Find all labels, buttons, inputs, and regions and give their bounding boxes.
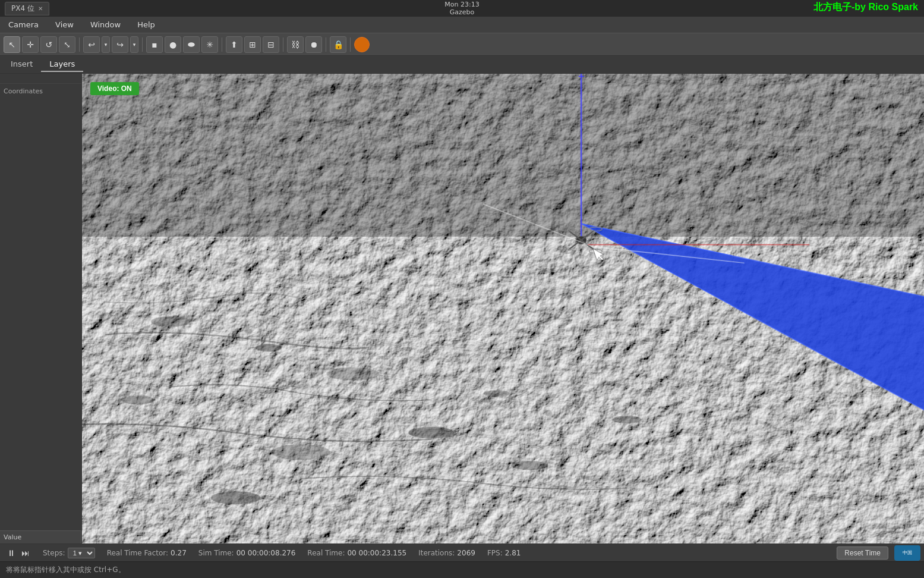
close-icon[interactable]: ✕: [38, 5, 43, 12]
svg-point-6: [122, 395, 154, 404]
box-icon: ▪: [152, 40, 157, 49]
redo-icon: ↪: [116, 40, 124, 49]
record-button[interactable]: ⏺: [305, 36, 322, 53]
toolbar-sep-2: [142, 37, 143, 52]
coordinates-section: Coordinates: [0, 84, 81, 99]
undo-button[interactable]: ↩: [83, 36, 100, 53]
select-tool-button[interactable]: ↖: [4, 36, 20, 53]
svg-point-4: [256, 344, 282, 351]
grid-button[interactable]: ⊞: [244, 36, 261, 53]
redo-button[interactable]: ↪: [112, 36, 128, 53]
arrow-button[interactable]: ⬆: [226, 36, 242, 53]
svg-point-14: [403, 358, 408, 363]
link-icon: ⛓: [291, 40, 299, 49]
real-time-label: Real Time:: [307, 549, 345, 557]
status-bar: ⏸ ⏭ Steps: 1 ▾ Real Time Factor: 0.27 Si…: [0, 544, 924, 561]
clock-time: Mon 23:13: [444, 1, 479, 8]
china-flier-logo: 中国: [894, 545, 920, 561]
sphere-button[interactable]: ●: [165, 36, 181, 53]
toolbar-sep-6: [350, 37, 351, 52]
sim-time-label: Sim Time:: [198, 549, 234, 557]
coordinates-label: Coordinates: [4, 87, 78, 95]
tab-layers[interactable]: Layers: [41, 57, 83, 72]
tabs-row: Insert Layers: [0, 56, 924, 74]
hint-bar: 将将鼠标指针移入其中或按 Ctrl+G。: [0, 561, 924, 578]
redo-dropdown-button[interactable]: ▾: [130, 36, 138, 53]
scale-icon: ⤡: [64, 40, 71, 49]
reset-time-button[interactable]: Reset Time: [837, 546, 888, 560]
steps-item: Steps: 1 ▾: [43, 548, 95, 558]
main-layout: Coordinates Value: [0, 74, 924, 544]
svg-point-3: [151, 316, 190, 327]
iterations-item: Iterations: 2069: [418, 549, 475, 557]
iterations-label: Iterations:: [418, 549, 455, 557]
record-icon: ⏺: [310, 40, 318, 49]
fps-label: FPS:: [487, 549, 503, 557]
lock-button[interactable]: 🔒: [330, 36, 346, 53]
toolbar-sep-3: [222, 37, 222, 52]
scene-background: [82, 74, 924, 544]
step-button[interactable]: ⏭: [20, 548, 31, 558]
sim-time-item: Sim Time: 00 00:00:08.276: [198, 549, 296, 557]
svg-point-16: [545, 410, 552, 416]
link-button[interactable]: ⛓: [287, 36, 304, 53]
cylinder-icon: ⬬: [188, 39, 195, 49]
fps-value: 2.81: [505, 549, 521, 557]
svg-point-5: [327, 367, 379, 381]
app-name: Gazebo: [450, 8, 475, 16]
menu-view[interactable]: View: [52, 19, 77, 30]
svg-rect-1: [82, 74, 924, 238]
property-header: Value: [0, 530, 81, 544]
menu-camera[interactable]: Camera: [5, 19, 42, 30]
px4-tab[interactable]: PX4 位 ✕: [5, 2, 49, 15]
iterations-value: 2069: [457, 549, 475, 557]
system-bar-left: PX4 位 ✕: [5, 2, 49, 15]
steps-label: Steps:: [43, 549, 65, 557]
steps-dropdown[interactable]: 1 ▾: [68, 548, 95, 558]
3d-viewport[interactable]: Video: ON: [82, 74, 924, 544]
svg-point-12: [484, 390, 510, 397]
svg-point-13: [245, 328, 252, 335]
tab-insert[interactable]: Insert: [2, 57, 41, 72]
rtf-label: Real Time Factor:: [107, 549, 168, 557]
svg-point-17: [462, 378, 466, 382]
rotate-tool-button[interactable]: ↺: [40, 36, 57, 53]
sphere-icon: ●: [169, 40, 176, 49]
orange-indicator-button[interactable]: [354, 37, 370, 52]
grid-icon: ⊞: [249, 40, 256, 49]
svg-point-7: [408, 427, 454, 439]
wireframe-icon: ⊟: [267, 40, 275, 49]
box-button[interactable]: ▪: [146, 36, 163, 53]
real-time-value: 00 00:00:23.155: [347, 549, 406, 557]
menu-help[interactable]: Help: [134, 19, 159, 30]
svg-point-11: [211, 491, 260, 504]
px4-tab-label: PX4 位: [11, 4, 34, 14]
translate-tool-button[interactable]: ✛: [22, 36, 39, 53]
lock-icon: 🔒: [333, 40, 343, 49]
video-on-button[interactable]: Video: ON: [90, 82, 139, 95]
toolbar-sep-4: [283, 37, 283, 52]
arrow-icon: ⬆: [231, 40, 238, 49]
real-time-item: Real Time: 00 00:00:23.155: [307, 549, 406, 557]
svg-point-8: [511, 461, 547, 470]
menu-bar: Camera View Window Help: [0, 17, 924, 33]
svg-point-10: [613, 416, 641, 423]
toolbar-sep-1: [79, 37, 80, 52]
undo-dropdown-icon: ▾: [105, 42, 108, 48]
menu-window[interactable]: Window: [87, 19, 124, 30]
svg-point-9: [272, 444, 330, 460]
play-controls: ⏸ ⏭: [6, 548, 31, 558]
select-icon: ↖: [8, 40, 15, 49]
cylinder-button[interactable]: ⬬: [183, 36, 200, 53]
lights-button[interactable]: ✳: [201, 36, 218, 53]
rtf-value: 0.27: [171, 549, 187, 557]
pause-button[interactable]: ⏸: [6, 548, 17, 558]
rtf-item: Real Time Factor: 0.27: [107, 549, 187, 557]
undo-dropdown-button[interactable]: ▾: [102, 36, 110, 53]
scale-tool-button[interactable]: ⤡: [59, 36, 75, 53]
sim-time-value: 00 00:00:08.276: [236, 549, 296, 557]
watermark: 北方电子-by Rico Spark: [813, 1, 918, 14]
lights-icon: ✳: [206, 40, 213, 49]
wireframe-button[interactable]: ⊟: [263, 36, 279, 53]
fps-item: FPS: 2.81: [487, 549, 521, 557]
